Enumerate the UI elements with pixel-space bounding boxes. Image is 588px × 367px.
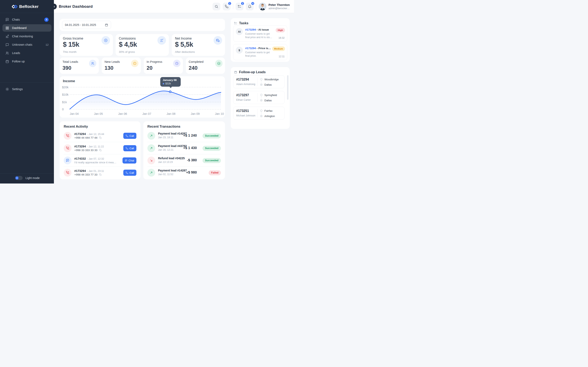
coins-icon <box>214 36 222 45</box>
pin-icon <box>260 78 263 81</box>
transaction-title: Payment lead #14287 <box>158 169 187 172</box>
task-lead-link[interactable]: #173294 <box>245 28 256 31</box>
activity-lead-id[interactable]: #173294 <box>74 169 86 173</box>
notifications-button[interactable]: 4 <box>246 3 254 10</box>
kpi-total-leads: Total Leads 390 <box>60 58 99 74</box>
activity-lead-id[interactable]: #174332 <box>74 157 86 160</box>
followup-lead-card[interactable]: #173294 Adam Armstrong Woodbridge Dallas <box>233 75 285 88</box>
sidebar-item-chats[interactable]: Chats 3 <box>2 16 52 23</box>
tooltip-date: January 08 <box>163 78 178 82</box>
sidebar-item-leads[interactable]: Leads <box>2 49 52 57</box>
users-icon <box>5 51 9 55</box>
tooltip-value: $32k <box>165 82 171 85</box>
activity-timestamp: - Jan 12, 15:44 <box>87 133 104 136</box>
route-connector <box>261 97 261 99</box>
chart-active-point[interactable] <box>169 91 171 93</box>
panel-title: Follow-up Leads <box>239 70 266 74</box>
status-badge: Succeeded <box>203 133 221 138</box>
arrow-up-right-icon <box>147 144 155 152</box>
copy-icon[interactable] <box>99 173 102 176</box>
lead-name: Adam Armstrong <box>236 83 255 86</box>
chat-button[interactable]: Chat <box>122 157 136 164</box>
light-mode-toggle[interactable] <box>15 176 23 180</box>
stat-card-gross-income: Gross Income $ 15k This month <box>60 34 113 56</box>
arrow-up-right-icon <box>147 169 155 176</box>
clock-icon <box>173 60 181 67</box>
activity-row: #173294- Jan 12, 15:44 +998 44 444 77 44… <box>64 130 136 142</box>
activity-timestamp: - Jan 07, 12:32 <box>87 157 104 160</box>
chart-area-fill <box>70 91 221 109</box>
chart-monitor-icon <box>5 34 9 38</box>
route-from: Fairfax <box>264 109 273 112</box>
sidebar-item-label: Chat monitoring <box>12 35 33 38</box>
copy-icon[interactable] <box>99 136 102 139</box>
route-connector <box>261 112 261 114</box>
followup-leads-panel: Follow-up Leads #173294 Adam Armstrong W… <box>231 67 290 129</box>
tooltip-series-dot <box>163 83 164 84</box>
dashboard-grid-icon <box>5 26 9 30</box>
scrollbar-thumb[interactable] <box>287 75 288 100</box>
task-card[interactable]: AI #173294 - AI issue Customer wants to … <box>233 25 287 42</box>
sidebar-item-label: Settings <box>12 87 23 91</box>
activity-timestamp: - Jan 01, 23:11 <box>87 170 104 173</box>
task-card[interactable]: $ #173294 - Price is… Customer wants to … <box>233 44 287 60</box>
stat-card-comissions: Comissions $ 4,5k 30% of gross <box>116 34 169 56</box>
activity-lead-id[interactable]: #173294 <box>74 132 86 136</box>
call-button[interactable]: Call <box>123 133 136 139</box>
followup-lead-card[interactable]: #173297 Ethan Carter Springfield Dallas <box>233 91 285 104</box>
y-tick-label: 0 <box>62 108 64 111</box>
kpi-value: 390 <box>62 65 71 71</box>
date-range-picker[interactable]: 04.01.2025 - 10.01.2025 <box>62 21 111 29</box>
calls-button[interactable]: 1 <box>223 3 231 10</box>
transaction-amount: +$ 1 430 <box>183 146 197 150</box>
dollar-coin-icon <box>102 36 110 45</box>
copy-icon[interactable] <box>99 149 102 151</box>
transaction-title: Refund lead #34225 <box>158 157 185 160</box>
circle-dot-icon <box>260 83 263 86</box>
search-button[interactable] <box>213 3 220 10</box>
kpi-value: 130 <box>104 65 113 71</box>
route-to: Dallas <box>264 99 272 102</box>
chat-icon <box>125 159 127 162</box>
sidebar-item-label: Leads <box>12 51 20 55</box>
transaction-title: Payment lead #43782 <box>158 144 187 148</box>
chat-message-icon <box>64 157 71 164</box>
arrow-down-right-icon <box>147 157 155 164</box>
sidebar-item-settings[interactable]: Settings <box>2 85 52 93</box>
activity-phone: +998 44 333 77 33 <box>74 173 97 176</box>
activity-lead-id[interactable]: #173294 <box>74 145 86 148</box>
calendar-icon <box>234 71 237 74</box>
transaction-date: Jan 13 13:23 <box>158 161 173 164</box>
x-tick-label: Jan 08 <box>167 112 176 115</box>
activity-phone: +998 44 444 77 44 <box>74 136 97 139</box>
chat-lines-icon <box>5 18 9 22</box>
sidebar-item-chat-monitoring[interactable]: Chat monitoring <box>2 33 52 40</box>
followup-lead-card[interactable]: #173251 Michael Johnson Fairfax Arlingto… <box>233 107 285 120</box>
sidebar-item-dashboard[interactable]: Dashboard <box>2 24 52 32</box>
sidebar-item-unknown-chats[interactable]: Unknown chats 12 <box>2 41 52 48</box>
user-menu[interactable]: Peter Thornton admin@berocker… <box>259 3 290 10</box>
topbar-separator <box>256 4 256 9</box>
pin-icon <box>260 109 263 112</box>
task-lead-link[interactable]: #173294 <box>245 47 256 50</box>
brand-logo: BeRocker <box>12 4 39 9</box>
call-button[interactable]: Call <box>123 145 136 151</box>
tasks-button[interactable]: 2 <box>236 3 243 10</box>
sidebar-item-label: Unknown chats <box>12 43 32 46</box>
lead-id: #173251 <box>236 109 249 113</box>
kpi-label: Completed <box>189 60 204 63</box>
topbar-separator <box>233 4 233 9</box>
missed-call-icon <box>64 144 71 152</box>
kpi-in-progress: In Progress 20 <box>144 58 183 74</box>
lead-id: #173297 <box>236 93 249 97</box>
missed-call-icon <box>64 169 71 176</box>
topbar-actions: 1 2 4 <box>213 3 290 10</box>
activity-phone: +998 33 333 33 33 <box>74 149 97 152</box>
sidebar-item-follow-up[interactable]: Follow up <box>2 58 52 65</box>
income-chart-card: Income $20k $10k $1k 0 <box>60 76 225 118</box>
sidebar-item-label: Dashboard <box>12 26 26 30</box>
activity-message: I'd really appreacite since it means a t… <box>74 161 117 164</box>
call-button[interactable]: Call <box>123 170 136 176</box>
income-chart-canvas[interactable]: $20k $10k $1k 0 Jan 04 Jan 05 Jan 06 Jan… <box>60 76 225 118</box>
brand-name: BeRocker <box>19 4 39 9</box>
